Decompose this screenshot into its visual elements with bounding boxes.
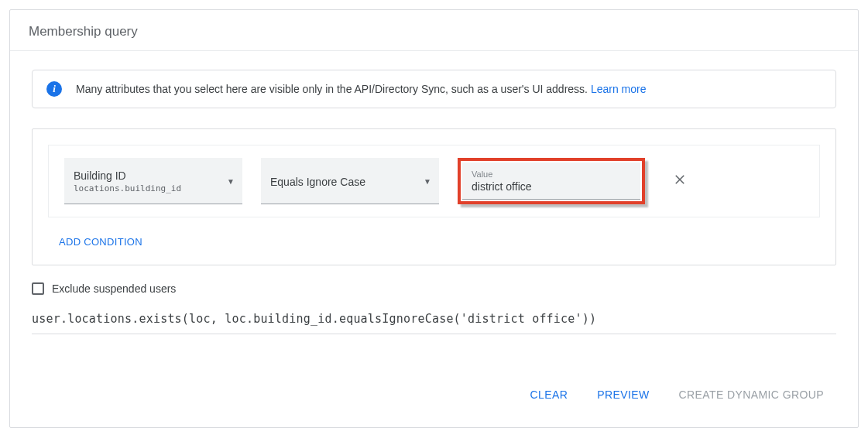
attribute-label: Building ID <box>74 169 181 182</box>
add-condition-button[interactable]: ADD CONDITION <box>48 217 820 265</box>
value-text: district office <box>472 180 631 193</box>
preview-button[interactable]: PREVIEW <box>594 384 652 405</box>
info-icon: i <box>46 81 62 97</box>
create-dynamic-group-button: CREATE DYNAMIC GROUP <box>676 384 827 405</box>
remove-condition-button[interactable] <box>668 173 691 190</box>
action-bar: CLEAR PREVIEW CREATE DYNAMIC GROUP <box>32 384 836 424</box>
conditions-panel: Building ID locations.building_id ▼ Equa… <box>32 128 836 265</box>
close-icon <box>673 173 687 186</box>
exclude-suspended-row: Exclude suspended users <box>32 282 836 295</box>
info-text: Many attributes that you select here are… <box>76 83 588 95</box>
operator-label: Equals Ignore Case <box>270 176 365 188</box>
value-field-highlight: Value district office <box>458 158 645 204</box>
operator-dropdown[interactable]: Equals Ignore Case ▼ <box>261 158 439 204</box>
info-banner: i Many attributes that you select here a… <box>32 70 836 108</box>
attribute-path: locations.building_id <box>74 183 181 193</box>
card-header: Membership query <box>10 10 858 51</box>
membership-query-card: Membership query i Many attributes that … <box>9 9 859 428</box>
card-body: i Many attributes that you select here a… <box>10 51 858 427</box>
chevron-down-icon: ▼ <box>227 177 235 186</box>
query-string-display: user.locations.exists(loc, loc.building_… <box>32 312 836 334</box>
learn-more-link[interactable]: Learn more <box>591 83 647 95</box>
exclude-suspended-checkbox[interactable] <box>32 282 44 295</box>
exclude-suspended-label: Exclude suspended users <box>52 282 176 295</box>
condition-row: Building ID locations.building_id ▼ Equa… <box>48 145 820 217</box>
page-title: Membership query <box>29 24 839 39</box>
attribute-dropdown[interactable]: Building ID locations.building_id ▼ <box>64 158 242 204</box>
value-input[interactable]: Value district office <box>462 163 640 200</box>
value-label: Value <box>472 169 631 179</box>
clear-button[interactable]: CLEAR <box>527 384 571 405</box>
chevron-down-icon: ▼ <box>424 177 431 186</box>
info-text-container: Many attributes that you select here are… <box>76 83 646 95</box>
